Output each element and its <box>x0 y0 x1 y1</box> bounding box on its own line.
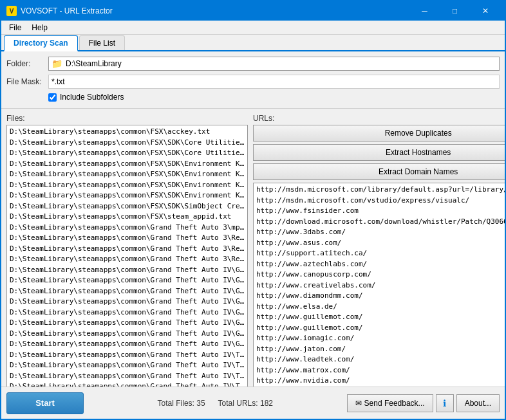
menu-file[interactable]: File <box>4 22 26 33</box>
list-item: D:\SteamLibrary\steamapps\common\FSX\ste… <box>8 212 246 223</box>
list-item: http://www.guillemot.com/ <box>255 323 505 334</box>
folder-label: Folder: <box>6 59 48 68</box>
list-item: D:\SteamLibrary\steamapps\common\Grand T… <box>8 265 246 276</box>
list-item: D:\SteamLibrary\steamapps\common\Grand T… <box>8 350 246 361</box>
total-files-status: Total Files: 35 <box>158 399 205 408</box>
filemask-row: File Mask: <box>6 75 500 89</box>
total-urls-status: Total URLs: 182 <box>218 399 273 408</box>
folder-input-wrapper: 📁 <box>48 57 500 71</box>
minimize-button[interactable]: ─ <box>410 1 439 21</box>
list-item: D:\SteamLibrary\steamapps\common\FSX\SDK… <box>8 148 246 159</box>
list-item: D:\SteamLibrary\steamapps\common\Grand T… <box>8 297 246 307</box>
extract-domain-names-button[interactable]: Extract Domain Names <box>253 163 505 180</box>
list-item: http://www.iomagic.com/ <box>255 333 505 344</box>
list-item: D:\SteamLibrary\steamapps\common\Grand T… <box>8 307 246 318</box>
list-item: D:\SteamLibrary\steamapps\common\FSX\SDK… <box>8 201 246 212</box>
remove-duplicates-button[interactable]: Remove Duplicates <box>253 125 505 142</box>
tab-file-list[interactable]: File List <box>79 35 125 50</box>
title-bar-left: V VOVSOFT - URL Extractor <box>6 6 113 16</box>
urls-panel: URLs: Remove Duplicates Extract Hostname… <box>253 114 505 387</box>
status-area: Total Files: 35 Total URLs: 182 <box>158 399 273 408</box>
files-section-label: Files: <box>6 114 248 123</box>
list-item: D:\SteamLibrary\steamapps\common\Grand T… <box>8 223 246 233</box>
list-item: D:\SteamLibrary\steamapps\common\Grand T… <box>8 286 246 297</box>
list-item: D:\SteamLibrary\steamapps\common\FSX\SDK… <box>8 159 246 170</box>
app-icon: V <box>6 6 17 16</box>
list-item: D:\SteamLibrary\steamapps\common\Grand T… <box>8 329 246 340</box>
list-item: D:\SteamLibrary\steamapps\common\Grand T… <box>8 254 246 265</box>
list-item: http://msdn.microsoft.com/vstudio/expres… <box>255 196 505 206</box>
list-item: http://www.guillemot.com/ <box>255 312 505 323</box>
files-panel: Files: D:\SteamLibrary\steamapps\common\… <box>6 114 248 387</box>
list-item: http://www.3dabs.com/ <box>255 227 505 238</box>
tab-directory-scan[interactable]: Directory Scan <box>4 35 78 51</box>
list-item: http://www.diamondmm.com/ <box>255 291 505 302</box>
title-bar: V VOVSOFT - URL Extractor ─ □ ✕ <box>1 1 505 21</box>
list-item: http://www.creativelabs.com/ <box>255 280 505 291</box>
info-button[interactable]: ℹ <box>436 394 454 412</box>
folder-input[interactable] <box>63 59 499 68</box>
list-item: http://www.leadtek.com/ <box>255 354 505 365</box>
filemask-label: File Mask: <box>6 77 48 86</box>
start-button[interactable]: Start <box>6 392 84 414</box>
folder-icon: 📁 <box>50 57 63 70</box>
include-subfolders-row: Include Subfolders <box>48 93 500 102</box>
list-item: D:\SteamLibrary\steamapps\common\FSX\acc… <box>8 127 246 138</box>
urls-section-label: URLs: <box>253 114 505 123</box>
filemask-input[interactable] <box>48 75 500 89</box>
list-item: http://www.elsa.de/ <box>255 302 505 313</box>
folder-row: Folder: 📁 <box>6 57 500 71</box>
include-subfolders-checkbox[interactable] <box>48 93 57 102</box>
url-action-buttons: Remove Duplicates Extract Hostnames Extr… <box>253 125 505 180</box>
menu-help[interactable]: Help <box>26 22 53 33</box>
feedback-icon: ✉ <box>355 399 362 408</box>
maximize-button[interactable]: □ <box>440 1 469 21</box>
list-item: http://www.aztechlabs.com/ <box>255 259 505 270</box>
list-item: D:\SteamLibrary\steamapps\common\FSX\SDK… <box>8 138 246 149</box>
top-form-area: Folder: 📁 File Mask: Include Subfolders <box>1 51 505 109</box>
tab-bar: Directory Scan File List <box>1 35 505 51</box>
list-item: D:\SteamLibrary\steamapps\common\FSX\SDK… <box>8 180 246 191</box>
list-item: http://www.matrox.com/ <box>255 365 505 376</box>
list-item: http://www.nvidia.com/ <box>255 376 505 387</box>
files-list[interactable]: D:\SteamLibrary\steamapps\common\FSX\acc… <box>6 125 248 387</box>
info-icon: ℹ <box>443 398 446 408</box>
send-feedback-button[interactable]: ✉ Send Feedback... <box>347 394 433 412</box>
list-item: D:\SteamLibrary\steamapps\common\Grand T… <box>8 339 246 350</box>
bottom-right-buttons: ✉ Send Feedback... ℹ About... <box>347 394 500 412</box>
list-item: D:\SteamLibrary\steamapps\common\Grand T… <box>8 233 246 244</box>
include-subfolders-label[interactable]: Include Subfolders <box>60 93 124 102</box>
title-bar-buttons: ─ □ ✕ <box>410 1 500 21</box>
app-window: V VOVSOFT - URL Extractor ─ □ ✕ File Hel… <box>0 0 506 420</box>
list-item: D:\SteamLibrary\steamapps\common\Grand T… <box>8 381 246 387</box>
window-title: VOVSOFT - URL Extractor <box>21 6 113 15</box>
list-item: D:\SteamLibrary\steamapps\common\FSX\SDK… <box>8 190 246 201</box>
bottom-bar: Start Total Files: 35 Total URLs: 182 ✉ … <box>1 387 505 419</box>
extract-hostnames-button[interactable]: Extract Hostnames <box>253 144 505 161</box>
about-label: About... <box>465 399 491 408</box>
list-item: D:\SteamLibrary\steamapps\common\Grand T… <box>8 360 246 371</box>
list-item: http://www.jaton.com/ <box>255 344 505 355</box>
about-button[interactable]: About... <box>456 394 500 412</box>
list-item: http://www.canopuscorp.com/ <box>255 269 505 280</box>
list-item: http://msdn.microsoft.com/library/defaul… <box>255 185 505 196</box>
urls-list[interactable]: http://msdn.microsoft.com/library/defaul… <box>253 183 505 387</box>
list-item: http://support.atitech.ca/ <box>255 248 505 259</box>
panels-area: Files: D:\SteamLibrary\steamapps\common\… <box>1 109 505 387</box>
close-button[interactable]: ✕ <box>471 1 500 21</box>
list-item: D:\SteamLibrary\steamapps\common\Grand T… <box>8 318 246 329</box>
list-item: D:\SteamLibrary\steamapps\common\Grand T… <box>8 371 246 382</box>
list-item: http://www.fsinsider.com <box>255 206 505 217</box>
list-item: http://download.microsoft.com/download/w… <box>255 217 505 228</box>
split-section: Files: D:\SteamLibrary\steamapps\common\… <box>6 114 500 387</box>
feedback-label: Send Feedback... <box>364 399 425 408</box>
list-item: D:\SteamLibrary\steamapps\common\Grand T… <box>8 275 246 286</box>
list-item: http://www.asus.com/ <box>255 238 505 249</box>
list-item: D:\SteamLibrary\steamapps\common\FSX\SDK… <box>8 169 246 180</box>
list-item: D:\SteamLibrary\steamapps\common\Grand T… <box>8 244 246 255</box>
menu-bar: File Help <box>1 21 505 35</box>
